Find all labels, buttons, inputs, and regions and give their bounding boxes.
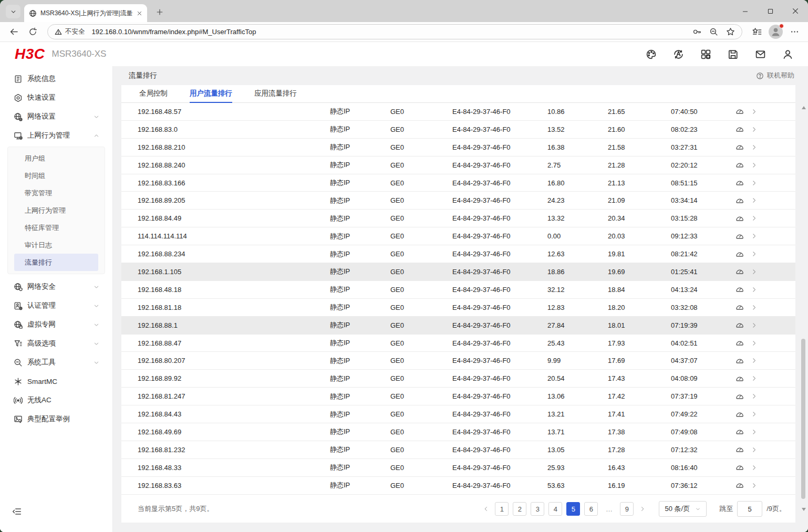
user-icon[interactable] (782, 49, 793, 60)
next-page-button[interactable] (638, 502, 647, 516)
jump-page-input[interactable] (737, 501, 762, 517)
sidebar-subitem-user-group[interactable]: 用户组 (14, 150, 98, 167)
page-button-5[interactable]: 5 (566, 502, 580, 516)
table-row[interactable]: 192.168.1.105 静态IP GE0 E4-84-29-37-46-F0… (121, 263, 795, 281)
sidebar-item-network-security[interactable]: 网络安全 (0, 277, 112, 296)
tab-user-traffic-rank[interactable]: 用户流量排行 (190, 85, 232, 103)
zoom-out-icon[interactable] (709, 27, 718, 36)
scrollbar-thumb[interactable] (801, 339, 805, 499)
sidebar-subitem-time-group[interactable]: 时间组 (14, 167, 98, 184)
tab-close-button[interactable] (137, 11, 142, 16)
table-row[interactable]: 192.168.83.63 静态IP GE0 E4-84-29-37-46-F0… (121, 477, 795, 495)
sidebar-subitem-behavior-mgmt-sub[interactable]: 上网行为管理 (14, 202, 98, 219)
traffic-gauge-icon[interactable] (736, 357, 744, 365)
traffic-gauge-icon[interactable] (736, 161, 744, 169)
favorites-bar-icon[interactable] (750, 25, 764, 39)
table-row[interactable]: 192.168.88.240 静态IP GE0 E4-84-29-37-46-F… (121, 157, 795, 174)
table-row[interactable]: 192.168.83.166 静态IP GE0 E4-84-29-37-46-F… (121, 174, 795, 192)
row-expand-icon[interactable] (751, 322, 758, 329)
password-key-icon[interactable] (692, 27, 701, 36)
address-bar[interactable]: 不安全 192.168.0.10/wnm/frame/index.php#M_U… (47, 24, 742, 39)
mail-icon[interactable] (755, 49, 766, 60)
sidebar-subitem-signature-mgmt[interactable]: 特征库管理 (14, 219, 98, 236)
sidebar-item-network-setup[interactable]: 网络设置 (0, 107, 112, 126)
new-tab-button[interactable] (153, 6, 166, 18)
table-row[interactable]: 192.168.88.1 静态IP GE0 E4-84-29-37-46-F0 … (121, 317, 795, 335)
sidebar-subitem-traffic-rank[interactable]: 流量排行 (14, 254, 98, 271)
table-row[interactable]: 192.168.89.205 静态IP GE0 E4-84-29-37-46-F… (121, 192, 795, 210)
row-expand-icon[interactable] (751, 429, 758, 435)
traffic-gauge-icon[interactable] (736, 179, 744, 187)
table-row[interactable]: 192.168.81.232 静态IP GE0 E4-84-29-37-46-F… (121, 441, 795, 459)
page-size-select[interactable]: 50 条/页 (659, 501, 707, 517)
table-row[interactable]: 192.168.88.47 静态IP GE0 E4-84-29-37-46-F0… (121, 335, 795, 352)
page-button-9[interactable]: 9 (620, 502, 634, 516)
row-expand-icon[interactable] (751, 268, 758, 275)
sidebar-item-advanced-options[interactable]: 高级选项 (0, 334, 112, 353)
apps-grid-icon[interactable] (700, 49, 711, 60)
row-expand-icon[interactable] (751, 233, 758, 239)
row-expand-icon[interactable] (751, 304, 758, 311)
row-expand-icon[interactable] (751, 340, 758, 347)
page-button-2[interactable]: 2 (513, 502, 526, 516)
table-row[interactable]: 192.168.88.234 静态IP GE0 E4-84-29-37-46-F… (121, 245, 795, 263)
table-row[interactable]: 192.168.48.33 静态IP GE0 E4-84-29-37-46-F0… (121, 459, 795, 477)
traffic-gauge-icon[interactable] (736, 196, 744, 205)
table-row[interactable]: 192.168.81.18 静态IP GE0 E4-84-29-37-46-F0… (121, 299, 795, 317)
page-button-1[interactable]: 1 (495, 502, 509, 516)
window-close-button[interactable] (783, 0, 808, 22)
row-expand-icon[interactable] (751, 108, 758, 115)
sidebar-subitem-audit-log[interactable]: 审计日志 (14, 236, 98, 254)
table-row[interactable]: 192.168.88.210 静态IP GE0 E4-84-29-37-46-F… (121, 139, 795, 157)
sidebar-item-quick-setup[interactable]: 快速设置 (0, 88, 112, 107)
browser-menu-icon[interactable] (787, 25, 802, 39)
sidebar-collapse-icon[interactable] (12, 507, 22, 516)
traffic-gauge-icon[interactable] (736, 427, 744, 436)
refresh-button[interactable] (25, 25, 40, 39)
traffic-gauge-icon[interactable] (736, 125, 744, 133)
sidebar-item-config-examples[interactable]: 典型配置举例 (0, 410, 112, 429)
row-expand-icon[interactable] (751, 375, 758, 382)
tab-global-control[interactable]: 全局控制 (139, 85, 168, 103)
table-row[interactable]: 192.168.83.0 静态IP GE0 E4-84-29-37-46-F0 … (121, 121, 795, 139)
traffic-gauge-icon[interactable] (736, 321, 744, 329)
sidebar-item-behavior-mgmt[interactable]: 上网行为管理 (0, 126, 112, 145)
maximize-button[interactable] (758, 0, 783, 22)
traffic-gauge-icon[interactable] (736, 481, 744, 489)
favorite-star-icon[interactable] (726, 27, 735, 36)
page-button-3[interactable]: 3 (531, 502, 544, 516)
traffic-gauge-icon[interactable] (736, 445, 744, 454)
traffic-gauge-icon[interactable] (736, 214, 744, 223)
profile-avatar[interactable] (769, 25, 783, 39)
sidebar-item-system-info[interactable]: 系统信息 (0, 69, 112, 88)
traffic-gauge-icon[interactable] (736, 303, 744, 311)
table-row[interactable]: 192.168.80.207 静态IP GE0 E4-84-29-37-46-F… (121, 352, 795, 370)
save-icon[interactable] (728, 49, 739, 60)
traffic-gauge-icon[interactable] (736, 107, 744, 116)
language-icon[interactable] (673, 49, 684, 60)
row-expand-icon[interactable] (751, 411, 758, 418)
minimize-button[interactable] (732, 0, 758, 22)
scroll-up-arrow-icon[interactable] (802, 106, 806, 109)
sidebar-item-smartmc[interactable]: SmartMC (0, 372, 112, 391)
row-expand-icon[interactable] (751, 357, 758, 364)
table-row[interactable]: 192.168.89.92 静态IP GE0 E4-84-29-37-46-F0… (121, 370, 795, 388)
traffic-gauge-icon[interactable] (736, 463, 744, 472)
tab-app-traffic-rank[interactable]: 应用流量排行 (254, 85, 297, 103)
table-row[interactable]: 192.168.84.43 静态IP GE0 E4-84-29-37-46-F0… (121, 405, 795, 423)
table-row[interactable]: 114.114.114.114 静态IP GE0 E4-84-29-37-46-… (121, 227, 795, 245)
sidebar-subitem-bandwidth-mgmt[interactable]: 带宽管理 (14, 184, 98, 202)
traffic-gauge-icon[interactable] (736, 143, 744, 151)
row-expand-icon[interactable] (751, 126, 758, 133)
row-expand-icon[interactable] (751, 393, 758, 400)
sidebar-item-auth-mgmt[interactable]: 认证管理 (0, 296, 112, 315)
palette-icon[interactable] (646, 49, 657, 60)
traffic-gauge-icon[interactable] (736, 250, 744, 258)
sidebar-item-vpn[interactable]: 虚拟专网 (0, 315, 112, 334)
row-expand-icon[interactable] (751, 162, 758, 169)
traffic-gauge-icon[interactable] (736, 339, 744, 347)
traffic-gauge-icon[interactable] (736, 285, 744, 294)
table-row[interactable]: 192.168.48.18 静态IP GE0 E4-84-29-37-46-F0… (121, 281, 795, 299)
browser-tab[interactable]: MSR3640-XS|上网行为管理|流量排 (24, 4, 147, 22)
table-row[interactable]: 192.168.49.69 静态IP GE0 E4-84-29-37-46-F0… (121, 423, 795, 441)
